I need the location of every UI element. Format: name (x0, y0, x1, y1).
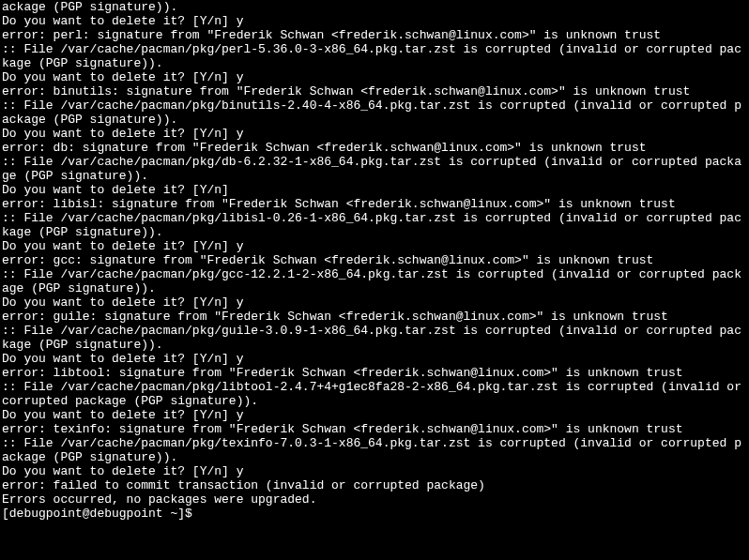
terminal-line: Do you want to delete it? [Y/n] y (2, 127, 747, 141)
terminal-line: :: File /var/cache/pacman/pkg/libisl-0.2… (2, 211, 747, 239)
terminal-line: Errors occurred, no packages were upgrad… (2, 492, 747, 507)
terminal-prompt-line[interactable]: [debugpoint@debugpoint ~]$ (2, 507, 747, 521)
terminal-line: error: texinfo: signature from "Frederik… (2, 422, 747, 436)
terminal-line: :: File /var/cache/pacman/pkg/binutils-2… (2, 98, 747, 127)
terminal-line: Do you want to delete it? [Y/n] y (2, 464, 747, 478)
terminal-line: :: File /var/cache/pacman/pkg/guile-3.0.… (2, 324, 747, 352)
terminal-line: :: File /var/cache/pacman/pkg/db-6.2.32-… (2, 155, 747, 183)
terminal-line: Do you want to delete it? [Y/n] y (2, 14, 747, 28)
terminal-line: error: failed to commit transaction (inv… (2, 478, 747, 492)
shell-prompt: [debugpoint@debugpoint ~]$ (2, 507, 192, 521)
terminal-line: Do you want to delete it? [Y/n] y (2, 352, 747, 366)
terminal-line: Do you want to delete it? [Y/n] y (2, 70, 747, 84)
terminal-line: Do you want to delete it? [Y/n] y (2, 408, 747, 422)
terminal-line: error: perl: signature from "Frederik Sc… (2, 28, 747, 42)
terminal-line: Do you want to delete it? [Y/n] y (2, 239, 747, 253)
terminal-line: :: File /var/cache/pacman/pkg/texinfo-7.… (2, 436, 747, 464)
terminal-line: error: gcc: signature from "Frederik Sch… (2, 253, 747, 267)
terminal-line: error: guile: signature from "Frederik S… (2, 310, 747, 324)
terminal-line: :: File /var/cache/pacman/pkg/perl-5.36.… (2, 42, 747, 70)
terminal-output[interactable]: ackage (PGP signature)).Do you want to d… (0, 0, 749, 521)
terminal-cursor (200, 508, 206, 521)
terminal-line: ackage (PGP signature)). (2, 0, 747, 14)
terminal-line: Do you want to delete it? [Y/n] (2, 183, 747, 197)
terminal-line: error: binutils: signature from "Frederi… (2, 84, 747, 98)
terminal-line: error: db: signature from "Frederik Schw… (2, 141, 747, 155)
terminal-line: error: libisl: signature from "Frederik … (2, 197, 747, 211)
terminal-line: :: File /var/cache/pacman/pkg/gcc-12.2.1… (2, 267, 747, 295)
terminal-line: error: libtool: signature from "Frederik… (2, 366, 747, 380)
terminal-line: Do you want to delete it? [Y/n] y (2, 295, 747, 310)
terminal-line: :: File /var/cache/pacman/pkg/libtool-2.… (2, 380, 747, 408)
